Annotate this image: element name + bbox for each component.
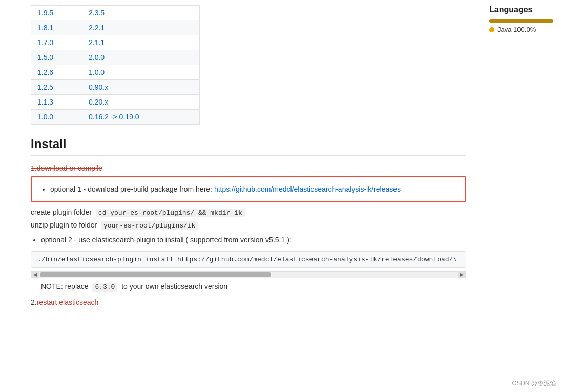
step2-heading: 2.restart elasticseach [31,298,466,306]
create-plugin-text: create plugin folder cd your-es-root/plu… [31,208,466,217]
table-row: 1.5.02.0.0 [31,50,200,65]
scrollbar-left-arrow[interactable]: ◀ [31,271,39,278]
version-table: 1.9.52.3.51.8.12.2.11.7.02.1.11.5.02.0.0… [31,5,200,125]
unzip-text: unzip plugin to folder your-es-root/plug… [31,221,466,230]
java-label: Java [497,26,511,33]
unzip-code: your-es-root/plugins/ik [101,221,198,230]
page-layout: 1.9.52.3.51.8.12.2.11.7.02.1.11.5.02.0.0… [0,0,561,392]
create-plugin-label: create plugin folder [31,208,92,216]
lang-bar-container: Java 100.0% [489,19,553,33]
sidebar: Languages Java 100.0% [482,0,561,392]
table-row: 1.2.50.90.x [31,80,200,95]
install-heading: Install [31,137,466,156]
sidebar-title: Languages [489,5,553,14]
step2-link[interactable]: restart elasticseach [37,298,99,306]
table-cell-es-version: 1.0.0 [82,65,200,80]
horizontal-scrollbar[interactable]: ◀ ▶ [31,271,466,278]
table-row: 1.2.61.0.0 [31,65,200,80]
table-cell-version: 1.9.5 [31,6,82,20]
optional2-list: optional 2 - use elasticsearch-plugin to… [31,234,466,246]
optional1-prefix: optional 1 - download pre-build package … [50,185,214,193]
table-row: 1.9.52.3.5 [31,6,200,20]
table-cell-version: 1.1.3 [31,95,82,110]
note-suffix: to your own elasticsearch version [121,282,227,291]
table-cell-version: 1.2.5 [31,80,82,95]
java-percent: 100.0% [513,26,536,33]
table-cell-es-version: 2.0.0 [82,50,200,65]
step2-number: 2. [31,298,37,306]
note-prefix: NOTE: replace [41,282,89,291]
table-cell-version: 1.5.0 [31,50,82,65]
unzip-label: unzip plugin to folder [31,221,97,229]
lang-progress-bar [489,19,553,23]
java-dot [489,27,494,32]
main-content: 1.9.52.3.51.8.12.2.11.7.02.1.11.5.02.0.0… [0,0,482,392]
table-cell-es-version: 2.1.1 [82,35,200,50]
note-code: 6.3.0 [92,283,117,292]
table-cell-es-version: 2.3.5 [82,6,200,20]
table-cell-es-version: 2.2.1 [82,20,200,35]
table-cell-version: 1.7.0 [31,35,82,50]
command-line-text: ./bin/elasticsearch-plugin install https… [37,256,457,263]
command-code-block: ./bin/elasticsearch-plugin install https… [31,251,466,268]
table-row: 1.8.12.2.1 [31,20,200,35]
table-row: 1.0.00.16.2 -> 0.19.0 [31,110,200,125]
table-cell-es-version: 0.90.x [82,80,200,95]
table-cell-version: 1.8.1 [31,20,82,35]
lang-item-java: Java 100.0% [489,26,553,33]
optional1-link[interactable]: https://github.com/medcl/elasticsearch-a… [214,185,401,193]
step1-heading: 1.download or compile [31,164,466,172]
table-cell-es-version: 0.20.x [82,95,200,110]
create-plugin-code: cd your-es-root/plugins/ && mkdir ik [96,209,245,217]
optional1-list-item: optional 1 - download pre-build package … [50,183,457,195]
table-cell-version: 1.2.6 [31,65,82,80]
scrollbar-right-arrow[interactable]: ▶ [458,271,466,278]
optional1-highlight-box: optional 1 - download pre-build package … [31,176,466,202]
table-row: 1.1.30.20.x [31,95,200,110]
table-row: 1.7.02.1.1 [31,35,200,50]
table-cell-es-version: 0.16.2 -> 0.19.0 [82,110,200,125]
optional2-list-item: optional 2 - use elasticsearch-plugin to… [41,234,466,246]
note-text: NOTE: replace 6.3.0 to your own elastics… [41,282,466,291]
table-cell-version: 1.0.0 [31,110,82,125]
scrollbar-thumb[interactable] [40,272,271,277]
scrollbar-track [39,272,458,278]
watermark: CSDN @枣泥馅 [512,379,556,388]
